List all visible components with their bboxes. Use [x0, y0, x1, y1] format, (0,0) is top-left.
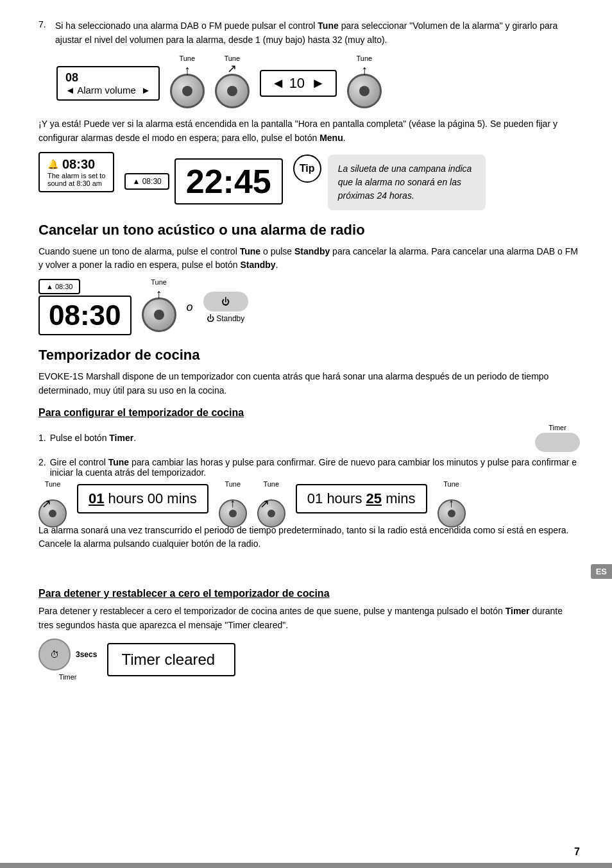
ten-display-box: ◄ 10 ►	[260, 70, 337, 97]
timer-step2-text-group: 2. Gire el control Tune para cambiar las…	[38, 457, 580, 478]
tip-text: La silueta de una campana indica que la …	[328, 154, 486, 210]
page-number: 7	[574, 846, 580, 858]
hours-tune-knob-3-label: Tune	[263, 480, 279, 488]
hours-25: 25	[366, 490, 382, 506]
timer-step2-num: 2.	[38, 457, 46, 478]
alarm-display-row: 🔔 08:30 The alarm is set to sound at 8:3…	[38, 152, 580, 210]
timer-button[interactable]	[535, 433, 580, 452]
es-badge: ES	[591, 564, 612, 579]
hours-tune-knob-3: Tune ↗	[257, 499, 285, 511]
cancel-tune-knob-arrow: ↑	[156, 287, 162, 301]
timer-step1-text: Pulse el botón Timer.	[50, 433, 136, 443]
standby-bold-1: Standby	[294, 246, 330, 256]
timer-step2-text: Gire el control Tune para cambiar las ho…	[50, 457, 580, 478]
hours-tune-knob-3-arrow: ↗	[260, 497, 269, 511]
timer-cleared-row: ⏱ 3secs Timer Timer cleared	[38, 638, 580, 681]
tune-knob-1-label: Tune	[179, 54, 195, 62]
tune-knob-2-center	[227, 86, 237, 96]
standby-bold-2: Standby	[240, 260, 275, 270]
tune-knob-3-dial[interactable]: ↑	[347, 74, 382, 108]
alarm-mini-label1: The alarm is set to	[47, 172, 105, 179]
hours-tune-knob-4-center	[448, 510, 455, 517]
timer-step1-text-group: 1. Pulse el botón Timer.	[38, 433, 512, 443]
hours-tune-knob-1-arrow: ↗	[42, 497, 51, 511]
alarm-small-text: ▲ 08:30	[132, 177, 161, 186]
hours-rest-1: hours 00 mins	[104, 490, 196, 506]
tune-bold-cancel: Tune	[240, 246, 260, 256]
cancel-tune-knob-label: Tune	[151, 278, 167, 286]
cancel-display-row: ▲ 08:30 08:30 Tune ↑ o ⏻ ⏻ Standby	[38, 279, 580, 335]
clock-display-group: ▲ 08:30 22:45	[124, 158, 282, 204]
tune-knob-2-dial[interactable]: ↗	[215, 74, 250, 108]
three-secs-label: 3secs	[76, 650, 97, 659]
volume-label-row: ◄ Alarm volume ►	[65, 85, 151, 96]
cancel-section: Cancelar un tono acústico o una alarma d…	[38, 222, 580, 335]
timer-step2: 2. Gire el control Tune para cambiar las…	[38, 457, 580, 478]
timer-bold: Timer	[506, 606, 530, 616]
standby-group: ⏻ ⏻ Standby	[203, 292, 248, 323]
cancel-time-display: 08:30	[38, 296, 132, 335]
timer-config-heading: Para configurar el temporizador de cocin…	[38, 407, 580, 419]
step7-item: 7. Si ha seleccionado una alarma DAB o F…	[38, 19, 580, 53]
alarm-info-text: ¡Y ya está! Puede ver si la alarma está …	[38, 117, 580, 145]
hours-tune-knob-2: Tune ↑	[219, 499, 247, 510]
volume-label: ◄ Alarm volume	[65, 85, 136, 96]
volume-display-row: 08 ◄ Alarm volume ► Tune ↑ Tune ↗ ◄ 10	[56, 58, 580, 108]
alarm-mini-time: 08:30	[62, 157, 95, 172]
alarm-mini-header: 🔔 08:30	[47, 157, 105, 172]
timer-reset-heading: Para detener y restablecer a cero el tem…	[38, 588, 580, 599]
step7-text: Si ha seleccionado una alarma DAB o FM p…	[55, 19, 580, 47]
cancel-tune-knob-dial[interactable]: ↑	[142, 297, 176, 332]
standby-button[interactable]: ⏻	[203, 292, 248, 312]
hours-tune-knob-1: Tune ↗	[38, 499, 67, 511]
cancel-heading: Cancelar un tono acústico o una alarma d…	[38, 222, 580, 238]
alarm-small-display: ▲ 08:30	[124, 173, 169, 190]
timer-cleared-display: Timer cleared	[107, 643, 235, 676]
volume-display-box: 08 ◄ Alarm volume ►	[56, 66, 160, 101]
timer-cleared-button[interactable]: ⏱	[38, 638, 71, 671]
timer-word-bold: Timer	[109, 433, 133, 443]
tune-knob-1-center	[182, 86, 192, 96]
hours-tune-knob-1-label: Tune	[45, 480, 61, 488]
cancel-tune-knob: Tune ↑	[142, 297, 176, 332]
volume-number: 08	[65, 71, 151, 85]
timer-step1: 1. Pulse el botón Timer. Timer	[38, 424, 580, 452]
tune-knob-2-arrow: ↗	[227, 62, 237, 76]
timer-section: Temporizador de cocina EVOKE-1S Marshall…	[38, 347, 580, 681]
timer-reset-para: Para detener y restablecer a cero el tem…	[38, 605, 580, 632]
tune-knob-2: Tune ↗	[215, 74, 250, 108]
cancel-alarm-group: ▲ 08:30 08:30	[38, 279, 132, 335]
timer-para2: La alarma sonará una vez transcurrido el…	[38, 524, 580, 551]
step7-number: 7.	[38, 19, 50, 53]
bell-icon: 🔔	[47, 159, 58, 169]
cancel-alarm-small: ▲ 08:30	[38, 279, 80, 294]
hours-tune-knob-4: Tune ↑	[438, 499, 466, 510]
hours-display-2: 01 hours 25 mins	[296, 484, 427, 513]
timer-secs-group: ⏱ 3secs	[38, 638, 97, 671]
bottom-bar	[0, 863, 612, 868]
menu-bold: Menu	[319, 133, 343, 143]
tip-section: Tip La silueta de una campana indica que…	[293, 154, 486, 210]
hours-tune-knob-4-label: Tune	[443, 480, 459, 488]
timer-heading: Temporizador de cocina	[38, 347, 580, 363]
alarm-mini-box: 🔔 08:30 The alarm is set to sound at 8:3…	[38, 152, 114, 192]
ten-arrow: ►	[311, 75, 325, 92]
hours-display-row: Tune ↗ 01 hours 00 mins Tune ↑ Tune ↗	[38, 484, 580, 513]
tune-knob-1: Tune ↑	[170, 74, 205, 108]
tune-knob-1-arrow: ↑	[184, 63, 191, 78]
timer-para1: EVOKE-1S Marshall dispone de un temporiz…	[38, 370, 580, 397]
tune-knob-3-arrow: ↑	[361, 63, 368, 78]
timer-btn-label-2: Timer	[59, 673, 77, 681]
tune-bold-1: Tune	[318, 21, 338, 31]
cancel-para: Cuando suene un tono de alarma, pulse el…	[38, 245, 580, 272]
cancel-alarm-small-text: ▲ 08:30	[46, 283, 72, 290]
timer-icon: ⏱	[50, 649, 59, 660]
hours-tune-knob-2-center	[229, 510, 237, 517]
tip-label: Tip	[293, 154, 321, 183]
tune-knob-3-center	[359, 86, 370, 96]
tune-knob-1-dial[interactable]: ↑	[170, 74, 205, 108]
timer-btn-group: Timer	[535, 424, 580, 452]
hours-display-1: 01 hours 00 mins	[77, 484, 208, 513]
timer-btn-label: Timer	[548, 424, 566, 431]
alarm-mini-label2: sound at 8:30 am	[47, 179, 105, 187]
